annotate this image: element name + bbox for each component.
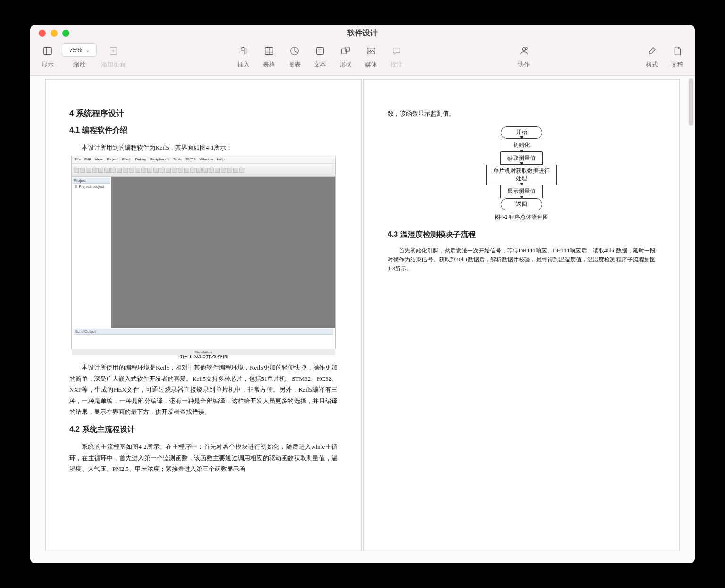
fullscreen-icon[interactable] <box>62 30 69 37</box>
media-label: 媒体 <box>365 60 377 69</box>
svg-rect-0 <box>44 48 52 55</box>
keil-output-title: Build Output <box>74 329 333 335</box>
collab-icon <box>519 44 529 58</box>
close-icon[interactable] <box>39 30 46 37</box>
comment-button[interactable]: 批注 <box>384 42 409 69</box>
document-area[interactable]: 4 系统程序设计 4.1 编程软件介绍 本设计所用到的编程软件为Keil5，其界… <box>30 76 695 563</box>
keil-project-item: Project: project <box>79 185 104 189</box>
window-title: 软件设计 <box>30 28 695 38</box>
toolbar: 显示 75% ⌄ 缩放 添加页面 插入 表格 <box>30 42 695 76</box>
comment-icon <box>391 44 402 58</box>
insert-button[interactable]: 插入 <box>231 42 256 69</box>
collab-button[interactable]: 协作 <box>511 42 537 69</box>
shape-icon <box>340 44 351 58</box>
keil-project-panel: Project ⊞ Project: project <box>72 177 111 328</box>
pilcrow-icon <box>238 44 249 58</box>
shape-button[interactable]: 形状 <box>333 42 358 69</box>
table-button[interactable]: 表格 <box>256 42 282 69</box>
minimize-icon[interactable] <box>51 30 58 37</box>
chart-label: 图表 <box>288 60 301 69</box>
keil-status-bar: Simulation <box>72 349 335 355</box>
para-keil-desc: 本设计所使用的编程环境是Keil5，相对于其他软件编程环境，Keil5更加的轻便… <box>69 362 337 417</box>
keil-editor <box>111 177 335 328</box>
zoom-value: 75% <box>69 46 82 54</box>
keil-menu-item: Debug <box>135 157 146 162</box>
heading-4-2: 4.2 系统主流程设计 <box>69 425 337 435</box>
zoom-group: 75% ⌄ 缩放 <box>60 42 98 69</box>
pages: 4 系统程序设计 4.1 编程软件介绍 本设计所用到的编程软件为Keil5，其界… <box>30 76 695 563</box>
keil-menu-item: Flash <box>122 157 132 162</box>
keil-toolbar <box>72 164 335 177</box>
view-button[interactable]: 显示 <box>35 42 60 69</box>
scrollbar[interactable] <box>689 78 693 126</box>
zoom-label: 缩放 <box>73 60 85 69</box>
text-icon <box>315 44 325 58</box>
zoom-select[interactable]: 75% ⌄ <box>62 43 97 57</box>
shape-label: 形状 <box>339 60 352 69</box>
titlebar: 软件设计 <box>30 25 695 42</box>
keil-menu-item: Edit <box>84 157 91 162</box>
format-label: 格式 <box>646 60 658 69</box>
keil-menu-item: Project <box>107 157 118 162</box>
text-label: 文本 <box>314 60 326 69</box>
window-controls <box>30 30 69 37</box>
keil-menu-item: View <box>95 157 103 162</box>
page-right[interactable]: 数，该函数显示监测值。 开始 初始化 获取测量值 单片机对获取数据进行处理 显示… <box>363 79 680 551</box>
media-icon <box>366 44 376 58</box>
chart-button[interactable]: 图表 <box>282 42 307 69</box>
media-button[interactable]: 媒体 <box>358 42 384 69</box>
heading-4-1: 4.1 编程软件介绍 <box>69 126 337 135</box>
para-dht11: 首先初始化引脚，然后发送一次开始信号，等待DHT11响应。DHT11响应后，读取… <box>388 246 656 274</box>
svg-point-18 <box>526 48 528 50</box>
chevron-down-icon: ⌄ <box>85 47 90 53</box>
add-page-label: 添加页面 <box>101 60 126 69</box>
collab-label: 协作 <box>518 60 530 69</box>
svg-rect-15 <box>367 48 375 54</box>
document-icon <box>672 44 683 58</box>
format-button[interactable]: 格式 <box>639 42 665 69</box>
figure-flowchart: 开始 初始化 获取测量值 单片机对获取数据进行处理 显示测量值 返回 <box>486 126 557 210</box>
keil-project-title: Project <box>73 178 110 184</box>
para-intro: 本设计所用到的编程软件为Keil5，其界面如图4-1所示： <box>69 142 337 153</box>
keil-menu-item: Peripherals <box>150 157 169 162</box>
insert-label: 插入 <box>237 60 250 69</box>
svg-point-16 <box>369 50 371 51</box>
svg-point-17 <box>523 48 526 51</box>
brush-icon <box>647 44 657 58</box>
keil-menu-item: SVCS <box>185 157 196 162</box>
sidebar-icon <box>42 44 53 58</box>
text-button[interactable]: 文本 <box>307 42 333 69</box>
keil-menu-item: Window <box>200 157 213 162</box>
para-cont: 数，该函数显示监测值。 <box>388 108 656 119</box>
heading-4: 4 系统程序设计 <box>69 108 337 119</box>
plus-icon <box>108 44 118 58</box>
figure-2-caption: 图4-2 程序总体流程图 <box>388 213 656 221</box>
table-label: 表格 <box>263 60 275 69</box>
figure-keil-screenshot: File Edit View Project Flash Debug Perip… <box>71 156 336 349</box>
table-icon <box>264 44 274 58</box>
document-button[interactable]: 文稿 <box>665 42 690 69</box>
keil-menu-item: Tools <box>173 157 182 162</box>
heading-4-3: 4.3 温湿度检测模块子流程 <box>388 230 656 240</box>
chart-icon <box>289 44 300 58</box>
add-page-button[interactable]: 添加页面 <box>98 42 128 69</box>
keil-menubar: File Edit View Project Flash Debug Perip… <box>72 156 335 164</box>
view-label: 显示 <box>42 60 54 69</box>
svg-rect-14 <box>345 47 349 51</box>
app-window: 软件设计 显示 75% ⌄ 缩放 添加页面 插入 <box>30 25 695 563</box>
keil-menu-item: Help <box>217 157 224 162</box>
para-mainflow: 系统的主流程图如图4-2所示。在主程序中：首先对各个模块进行初始化，随后进入wh… <box>69 441 337 474</box>
keil-menu-item: File <box>75 157 81 162</box>
comment-label: 批注 <box>390 60 403 69</box>
page-left[interactable]: 4 系统程序设计 4.1 编程软件介绍 本设计所用到的编程软件为Keil5，其界… <box>45 79 362 551</box>
keil-build-output: Build Output <box>72 328 335 349</box>
document-label: 文稿 <box>671 60 683 69</box>
